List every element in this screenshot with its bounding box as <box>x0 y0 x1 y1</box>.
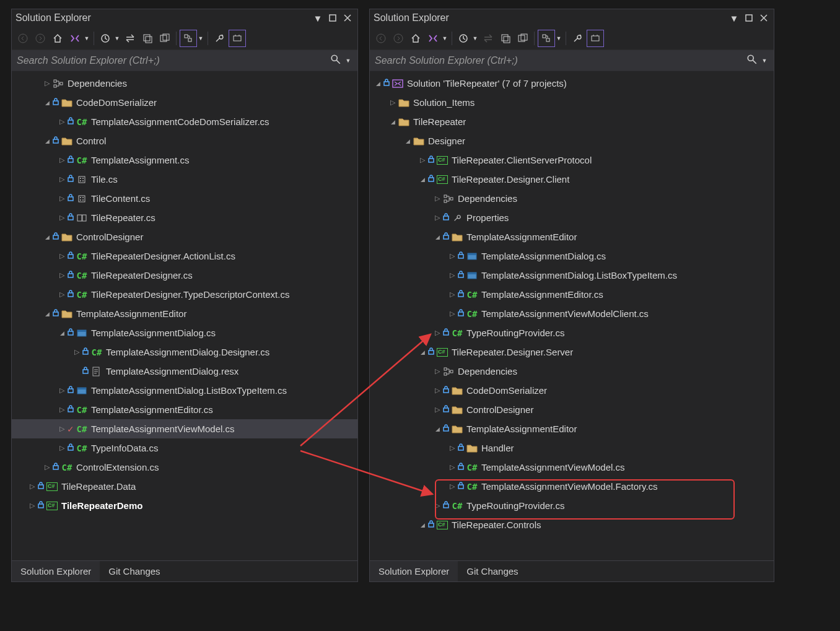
tree-item[interactable]: ◢TileRepeater.Designer.Client <box>370 170 774 189</box>
chevron-right-icon[interactable]: ▷ <box>433 502 442 510</box>
chevron-right-icon[interactable]: ▷ <box>448 444 457 452</box>
preview-icon[interactable] <box>229 30 246 47</box>
forward-icon[interactable] <box>32 30 48 46</box>
tree-view[interactable]: ▷Dependencies◢CodeDomSerializer▷C#Templa… <box>12 71 357 560</box>
chevron-right-icon[interactable]: ▷ <box>43 463 51 471</box>
chevron-down-icon[interactable]: ▼ <box>84 35 90 41</box>
chevron-down-icon[interactable]: ▼ <box>556 35 562 41</box>
tree-item[interactable]: ▷Tile.cs <box>12 170 357 189</box>
tree-item[interactable]: ▷C#TemplateAssignmentCodeDomSerializer.c… <box>12 112 357 131</box>
chevron-down-icon[interactable]: ◢ <box>418 349 427 355</box>
tree-item[interactable]: ▷C#TemplateAssignmentViewModelClient.cs <box>370 304 774 323</box>
tree-item[interactable]: ▷C#TemplateAssignmentViewModel.Factory.c… <box>370 477 774 496</box>
chevron-right-icon[interactable]: ▷ <box>58 214 66 222</box>
chevron-down-icon[interactable]: ◢ <box>388 119 397 125</box>
tree-item[interactable]: ▷Solution_Items <box>370 93 774 112</box>
track-active-icon[interactable] <box>180 30 197 47</box>
tree-item[interactable]: TemplateAssignmentDialog.resx <box>12 362 357 381</box>
chevron-down-icon[interactable]: ▼ <box>442 35 448 41</box>
chevron-right-icon[interactable]: ▷ <box>448 310 457 318</box>
tree-item[interactable]: ◢Designer <box>370 131 774 150</box>
show-all-icon[interactable] <box>497 30 514 46</box>
chevron-down-icon[interactable]: ◢ <box>43 234 51 240</box>
tree-item[interactable]: ▷C#TemplateAssignment.cs <box>12 150 357 170</box>
chevron-right-icon[interactable]: ▷ <box>433 329 442 337</box>
tree-item[interactable]: ▷TemplateAssignmentDialog.cs <box>370 246 774 266</box>
chevron-down-icon[interactable]: ◢ <box>403 138 412 144</box>
tree-item[interactable]: ▷C#TypeRoutingProvider.cs <box>370 496 774 515</box>
tree-item[interactable]: ▷TemplateAssignmentDialog.ListBoxTypeIte… <box>370 266 774 285</box>
home-icon[interactable] <box>408 30 424 46</box>
tree-item[interactable]: ▷Dependencies <box>370 362 774 381</box>
back-icon[interactable] <box>15 30 31 46</box>
preview-icon[interactable] <box>587 30 604 47</box>
tree-item[interactable]: ▷Properties <box>370 208 774 227</box>
chevron-right-icon[interactable]: ▷ <box>58 386 66 394</box>
chevron-down-icon[interactable]: ▼ <box>114 35 120 41</box>
tree-view[interactable]: ◢Solution 'TileRepeater' (7 of 7 project… <box>370 71 774 560</box>
tree-item[interactable]: ▷TileContent.cs <box>12 189 357 208</box>
tree-item[interactable]: ▷TileRepeater.cs <box>12 208 357 227</box>
sync-icon[interactable] <box>480 30 496 46</box>
tree-item[interactable]: ▷TileRepeaterDemo <box>12 496 357 515</box>
chevron-down-icon[interactable]: ◢ <box>418 522 427 528</box>
chevron-right-icon[interactable]: ▷ <box>58 290 66 298</box>
switch-views-icon[interactable] <box>67 30 83 46</box>
chevron-right-icon[interactable]: ▷ <box>43 79 51 87</box>
chevron-down-icon[interactable]: ▼ <box>345 58 351 64</box>
tree-item[interactable]: ◢TileRepeater.Controls <box>370 515 774 534</box>
chevron-right-icon[interactable]: ▷ <box>58 271 66 279</box>
close-icon[interactable] <box>341 12 354 24</box>
search-input[interactable] <box>375 55 746 66</box>
tree-item[interactable]: ◢CodeDomSerializer <box>12 93 357 112</box>
search-input[interactable] <box>17 55 330 66</box>
chevron-right-icon[interactable]: ▷ <box>388 98 397 107</box>
show-all-icon[interactable] <box>139 30 155 46</box>
dropdown-icon[interactable]: ▼ <box>312 12 324 24</box>
tree-item[interactable]: ▷Handler <box>370 438 774 458</box>
tree-item[interactable]: ◢Control <box>12 131 357 150</box>
tree-item[interactable]: ▷✓C#TemplateAssignmentViewModel.cs <box>12 419 357 438</box>
chevron-down-icon[interactable]: ▼ <box>472 35 478 41</box>
chevron-down-icon[interactable]: ◢ <box>43 311 51 317</box>
back-icon[interactable] <box>373 30 389 46</box>
chevron-right-icon[interactable]: ▷ <box>433 406 442 414</box>
tree-item[interactable]: ◢TileRepeater <box>370 112 774 131</box>
chevron-down-icon[interactable]: ◢ <box>43 138 51 144</box>
tree-item[interactable]: ▷CodeDomSerializer <box>370 381 774 400</box>
chevron-down-icon[interactable]: ◢ <box>43 100 51 106</box>
chevron-right-icon[interactable]: ▷ <box>28 502 37 510</box>
chevron-right-icon[interactable]: ▷ <box>28 482 37 490</box>
collapse-all-icon[interactable] <box>157 30 173 46</box>
tree-item[interactable]: ◢TemplateAssignmentEditor <box>370 227 774 246</box>
search-icon[interactable] <box>746 54 758 67</box>
close-icon[interactable] <box>758 12 770 24</box>
chevron-right-icon[interactable]: ▷ <box>58 194 66 202</box>
chevron-right-icon[interactable]: ▷ <box>72 348 81 356</box>
tab-solution-explorer[interactable]: Solution Explorer <box>12 561 100 581</box>
chevron-down-icon[interactable]: ▼ <box>198 35 204 41</box>
chevron-right-icon[interactable]: ▷ <box>58 175 66 183</box>
properties-icon[interactable] <box>211 30 227 46</box>
chevron-right-icon[interactable]: ▷ <box>58 156 66 164</box>
chevron-right-icon[interactable]: ▷ <box>433 386 442 394</box>
tree-item[interactable]: ▷C#TemplateAssignmentEditor.cs <box>12 400 357 419</box>
tree-item[interactable]: ◢TileRepeater.Designer.Server <box>370 342 774 362</box>
chevron-right-icon[interactable]: ▷ <box>448 252 457 260</box>
chevron-down-icon[interactable]: ◢ <box>418 176 427 183</box>
tab-git-changes[interactable]: Git Changes <box>100 561 168 581</box>
search-icon[interactable] <box>330 54 341 67</box>
tree-item[interactable]: ▷C#TemplateAssignmentDialog.Designer.cs <box>12 342 357 362</box>
chevron-down-icon[interactable]: ◢ <box>433 426 442 432</box>
home-icon[interactable] <box>50 30 66 46</box>
chevron-down-icon[interactable]: ◢ <box>58 330 66 336</box>
maximize-icon[interactable] <box>326 12 339 24</box>
tree-item[interactable]: ▷C#TileRepeaterDesigner.cs <box>12 266 357 285</box>
chevron-right-icon[interactable]: ▷ <box>448 482 457 490</box>
chevron-right-icon[interactable]: ▷ <box>448 271 457 279</box>
track-active-icon[interactable] <box>538 30 555 47</box>
chevron-right-icon[interactable]: ▷ <box>448 463 457 471</box>
switch-views-icon[interactable] <box>425 30 441 46</box>
collapse-all-icon[interactable] <box>515 30 531 46</box>
tab-solution-explorer[interactable]: Solution Explorer <box>370 561 458 581</box>
